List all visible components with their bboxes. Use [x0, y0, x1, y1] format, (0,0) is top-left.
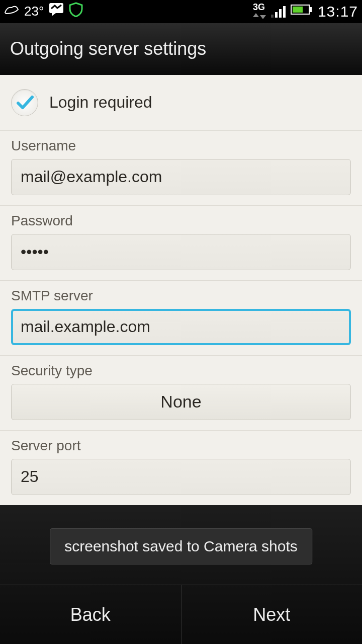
back-button[interactable]: Back	[0, 585, 182, 644]
nav-buttons: Back Next	[0, 585, 362, 644]
footer: screenshot saved to Camera shots Back Ne…	[0, 505, 362, 644]
login-required-checkbox[interactable]	[11, 89, 38, 116]
smtp-label: SMTP server	[11, 288, 351, 304]
shield-icon	[69, 2, 83, 21]
smtp-section: SMTP server	[0, 281, 362, 356]
login-required-row[interactable]: Login required	[0, 75, 362, 131]
svg-rect-5	[309, 7, 312, 12]
username-section: Username	[0, 131, 362, 206]
signal-icon	[271, 6, 286, 18]
temperature: 23°	[24, 4, 44, 19]
svg-rect-6	[293, 7, 303, 13]
security-type-selector[interactable]: None	[11, 384, 351, 420]
password-label: Password	[11, 213, 351, 229]
page-title: Outgoing server settings	[10, 38, 206, 59]
security-label: Security type	[11, 363, 351, 379]
port-label: Server port	[11, 438, 351, 454]
smtp-server-field[interactable]	[11, 309, 351, 345]
messenger-icon	[49, 3, 64, 20]
weather-icon	[4, 4, 19, 19]
next-button-label: Next	[253, 604, 290, 625]
next-button[interactable]: Next	[182, 585, 363, 644]
server-port-field[interactable]	[11, 459, 351, 495]
login-required-label: Login required	[49, 93, 152, 112]
svg-marker-3	[260, 15, 266, 19]
network-3g-icon: 3G	[253, 3, 266, 21]
form-area: Login required Username Password SMTP se…	[0, 75, 362, 505]
svg-marker-2	[253, 13, 259, 17]
back-button-label: Back	[70, 604, 111, 625]
port-section: Server port	[0, 431, 362, 505]
status-bar: 23° 3G 13:17	[0, 0, 362, 23]
clock: 13:17	[318, 3, 358, 20]
password-section: Password	[0, 206, 362, 281]
toast-message: screenshot saved to Camera shots	[50, 528, 312, 565]
username-field[interactable]	[11, 159, 351, 195]
svg-marker-1	[52, 13, 56, 16]
battery-icon	[291, 4, 313, 19]
security-type-value: None	[160, 392, 201, 412]
security-section: Security type None	[0, 356, 362, 431]
title-bar: Outgoing server settings	[0, 23, 362, 75]
username-label: Username	[11, 138, 351, 154]
password-field[interactable]	[11, 234, 351, 270]
